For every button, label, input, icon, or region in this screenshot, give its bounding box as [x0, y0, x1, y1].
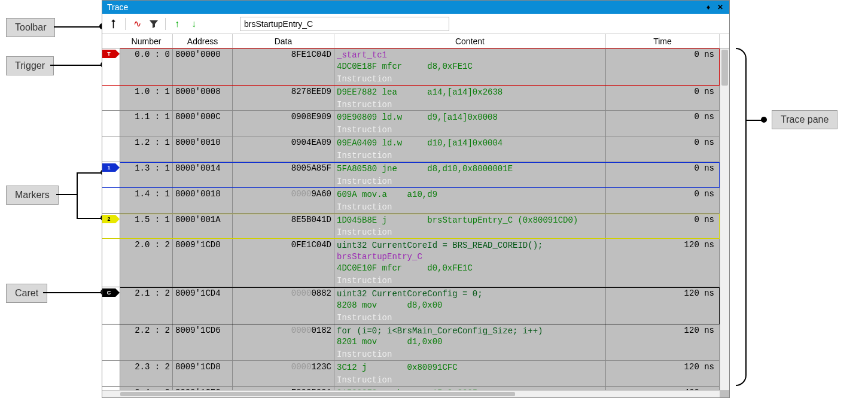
table-row[interactable]: 1.1 : 18000'000C0908E90909E90809 ld.w d9… — [102, 111, 720, 136]
search-input[interactable] — [240, 17, 449, 31]
gutter — [102, 86, 120, 111]
table-row[interactable]: 2.2 : 28009'1CD600000182for (i=0; i<BrsM… — [102, 324, 720, 361]
cell-data: 0904EA09 — [233, 136, 334, 162]
cell-address: 8000'0018 — [173, 188, 233, 213]
cell-data: 8005A85F — [233, 162, 334, 187]
marker-1[interactable]: 1 — [102, 163, 115, 172]
cell-address: 8000'0008 — [173, 86, 233, 111]
cell-address: 8009'1CD8 — [173, 361, 233, 386]
cell-number: 0.0 : 0 — [120, 48, 173, 85]
cell-address: 8000'000C — [173, 111, 233, 136]
table-row[interactable]: C2.1 : 28009'1CD400000882uint32 CurrentC… — [102, 287, 720, 324]
cell-data: 00009A60 — [233, 188, 334, 213]
cell-number: 2.2 : 2 — [120, 324, 173, 361]
cell-content: uint32 CurrentCoreId = BRS_READ_COREID()… — [334, 239, 606, 287]
col-scroll-spacer — [720, 34, 729, 48]
cell-number: 1.1 : 1 — [120, 111, 173, 136]
trace-window: Trace ♦ ✕ ⭡ ∿ ↑ ↓ Number Address Data Co… — [102, 0, 730, 398]
window-title: Trace — [107, 2, 128, 12]
table-row[interactable]: 2.3 : 28009'1CD80000123C3C12 j 0x80091CF… — [102, 361, 720, 387]
cell-number: 2.1 : 2 — [120, 287, 173, 324]
marker-2[interactable]: 2 — [102, 215, 115, 223]
cell-number: 1.5 : 1 — [120, 214, 173, 239]
cell-content: for (i=0; i<BrsMain_CoreConfig_Size; i++… — [334, 324, 606, 361]
gutter — [102, 188, 120, 213]
connector — [43, 292, 102, 293]
cell-number: 1.0 : 1 — [120, 86, 173, 111]
cell-number: 1.4 : 1 — [120, 188, 173, 213]
cell-data: 00000882 — [233, 287, 334, 324]
cell-time: 120 ns — [606, 239, 720, 287]
col-content[interactable]: Content — [334, 34, 606, 48]
cell-time: 0 ns — [606, 111, 720, 136]
cell-content: 1D045B8E j brsStartupEntry_C (0x80091CD0… — [334, 214, 606, 239]
col-address[interactable]: Address — [173, 34, 233, 48]
cell-data: 00000182 — [233, 324, 334, 361]
cell-number: 2.3 : 2 — [120, 361, 173, 386]
callout-markers: Markers — [6, 186, 59, 205]
close-icon[interactable]: ✕ — [716, 3, 724, 11]
arrow-up-icon[interactable]: ↑ — [170, 17, 184, 31]
cell-time: 120 ns — [606, 324, 720, 361]
wave-icon[interactable]: ∿ — [130, 17, 144, 31]
cell-data: 8FE1C04D — [233, 48, 334, 85]
column-headers: Number Address Data Content Time — [102, 34, 729, 48]
title-bar[interactable]: Trace ♦ ✕ — [102, 1, 729, 14]
marker-C[interactable]: C — [102, 288, 115, 297]
cell-content: 3C12 j 0x80091CFCInstruction — [334, 361, 606, 386]
cell-time: 120 ns — [606, 287, 720, 324]
cell-data: 0FE1C04D — [233, 239, 334, 287]
cell-content: 09E90809 ld.w d9,[a14]0x0008Instruction — [334, 111, 606, 136]
gutter — [102, 111, 120, 136]
gutter — [102, 361, 120, 386]
cell-content: _start_tc14DC0E18F mfcr d8,0xFE1CInstruc… — [334, 48, 606, 85]
cell-number: 2.0 : 2 — [120, 239, 173, 287]
filter-icon[interactable] — [147, 17, 160, 31]
expand-icon[interactable]: ♦ — [704, 3, 712, 11]
separator — [165, 18, 166, 30]
cell-time: 0 ns — [606, 136, 720, 162]
cell-address: 8000'0014 — [173, 162, 233, 187]
connector-dot — [761, 117, 767, 123]
arrow-down-icon[interactable]: ↓ — [187, 17, 200, 31]
horizontal-scrollbar[interactable] — [102, 390, 720, 397]
col-time[interactable]: Time — [606, 34, 720, 48]
cell-address: 8009'1CD6 — [173, 324, 233, 361]
connector — [50, 65, 102, 66]
callout-trace-pane: Trace pane — [772, 110, 837, 129]
cell-time: 120 ns — [606, 361, 720, 386]
cell-time: 0 ns — [606, 48, 720, 85]
callout-caret: Caret — [6, 284, 47, 303]
col-data[interactable]: Data — [233, 34, 334, 48]
table-row[interactable]: 21.5 : 18000'001A8E5B041D1D045B8E j brsS… — [102, 214, 720, 239]
callout-trigger: Trigger — [6, 56, 54, 75]
connector — [56, 194, 78, 195]
table-row[interactable]: 11.3 : 18000'00148005A85F5FA80580 jne d8… — [102, 162, 720, 188]
cell-address: 8009'1CD0 — [173, 239, 233, 287]
cell-address: 8000'001A — [173, 214, 233, 239]
upload-icon[interactable]: ⭡ — [107, 17, 120, 31]
callout-toolbar: Toolbar — [6, 18, 55, 37]
gutter: C — [102, 287, 120, 324]
cell-time: 0 ns — [606, 188, 720, 213]
toolbar: ⭡ ∿ ↑ ↓ — [102, 14, 729, 34]
table-row[interactable]: 1.2 : 18000'00100904EA0909EA0409 ld.w d1… — [102, 136, 720, 162]
table-row[interactable]: T0.0 : 08000'00008FE1C04D_start_tc14DC0E… — [102, 48, 720, 86]
cell-address: 8009'1CD4 — [173, 287, 233, 324]
trace-rows: T0.0 : 08000'00008FE1C04D_start_tc14DC0E… — [102, 48, 729, 397]
connector — [77, 218, 102, 219]
vertical-scrollbar[interactable] — [720, 48, 729, 390]
cell-time: 0 ns — [606, 214, 720, 239]
marker-T[interactable]: T — [102, 50, 115, 58]
cell-data: 8E5B041D — [233, 214, 334, 239]
table-row[interactable]: 1.0 : 18000'00088278EED9D9EE7882 lea a14… — [102, 86, 720, 111]
cell-data: 0000123C — [233, 361, 334, 386]
col-number[interactable]: Number — [120, 34, 173, 48]
table-row[interactable]: 2.0 : 28009'1CD00FE1C04Duint32 CurrentCo… — [102, 239, 720, 287]
cell-content: D9EE7882 lea a14,[a14]0x2638Instruction — [334, 86, 606, 111]
gutter — [102, 324, 120, 361]
gutter — [102, 239, 120, 287]
gutter: 1 — [102, 162, 120, 187]
cell-number: 1.3 : 1 — [120, 162, 173, 187]
table-row[interactable]: 1.4 : 18000'001800009A60609A mov.a a10,d… — [102, 188, 720, 214]
